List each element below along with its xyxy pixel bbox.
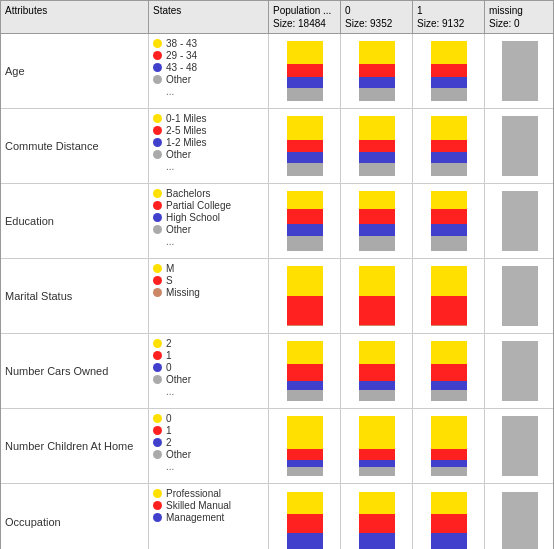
bar-segment <box>359 492 395 515</box>
state-dot <box>153 75 162 84</box>
chart-bar <box>359 341 395 401</box>
bar-segment <box>359 209 395 224</box>
ellipsis: ... <box>166 86 174 97</box>
header-col1: 1 Size: 9132 <box>413 1 485 33</box>
bar-segment <box>287 341 323 364</box>
state-dot <box>153 501 162 510</box>
state-item: Other <box>153 224 191 235</box>
state-label: Other <box>166 374 191 385</box>
chart-bar <box>287 492 323 550</box>
chart-cell <box>341 334 413 408</box>
state-dot <box>153 276 162 285</box>
bar-segment <box>287 533 323 549</box>
bar-segment <box>431 266 467 296</box>
state-label: High School <box>166 212 220 223</box>
header-population: Population ... Size: 18484 <box>269 1 341 33</box>
state-dot <box>153 51 162 60</box>
bar-segment <box>359 449 395 460</box>
bar-segment <box>287 88 323 101</box>
bar-segment <box>287 514 323 533</box>
chart-cell <box>341 409 413 483</box>
state-label: 0 <box>166 413 172 424</box>
chart-bar <box>359 116 395 176</box>
table-row: Number Children At Home012Other... <box>1 409 553 484</box>
bar-segment <box>359 140 395 152</box>
gray-box <box>502 116 538 176</box>
missing-cell <box>485 34 554 108</box>
bar-segment <box>431 209 467 224</box>
chart-cell <box>413 259 485 333</box>
chart-cell <box>269 259 341 333</box>
attribute-cell: Marital Status <box>1 259 149 333</box>
ellipsis: ... <box>166 236 174 247</box>
state-label: 1 <box>166 350 172 361</box>
chart-cell <box>341 34 413 108</box>
bar-segment <box>431 41 467 64</box>
bar-segment <box>431 236 467 251</box>
state-label: 2 <box>166 437 172 448</box>
bar-segment <box>287 296 323 325</box>
state-dot <box>153 414 162 423</box>
attribute-cell: Occupation <box>1 484 149 549</box>
state-dot <box>153 225 162 234</box>
table-row: Number Cars Owned210Other... <box>1 334 553 409</box>
states-cell: BachelorsPartial CollegeHigh SchoolOther… <box>149 184 269 258</box>
bar-segment <box>431 416 467 449</box>
chart-bar <box>287 416 323 476</box>
bar-segment <box>431 449 467 460</box>
bar-segment <box>287 64 323 77</box>
state-item: M <box>153 263 174 274</box>
missing-cell <box>485 259 554 333</box>
header-missing: missing Size: 0 <box>485 1 554 33</box>
bar-segment <box>287 325 323 326</box>
state-item: 2-5 Miles <box>153 125 207 136</box>
state-label: 1 <box>166 425 172 436</box>
state-item: S <box>153 275 173 286</box>
state-label: Bachelors <box>166 188 210 199</box>
state-dot <box>153 375 162 384</box>
bar-segment <box>431 191 467 209</box>
bar-segment <box>359 364 395 381</box>
chart-bar <box>431 341 467 401</box>
bar-segment <box>287 467 323 476</box>
state-item: High School <box>153 212 220 223</box>
bar-segment <box>431 381 467 390</box>
bar-segment <box>287 266 323 296</box>
chart-bar <box>431 266 467 326</box>
state-dot <box>153 450 162 459</box>
chart-bar <box>359 492 395 550</box>
bar-segment <box>359 236 395 251</box>
state-item: 0 <box>153 413 172 424</box>
chart-cell <box>341 259 413 333</box>
state-item: 0-1 Miles <box>153 113 207 124</box>
bar-segment <box>287 460 323 467</box>
bar-segment <box>359 41 395 64</box>
state-label: Management <box>166 512 224 523</box>
bar-segment <box>287 41 323 64</box>
chart-cell <box>269 34 341 108</box>
bar-segment <box>287 116 323 140</box>
state-dot <box>153 489 162 498</box>
bar-segment <box>287 416 323 449</box>
state-label: Other <box>166 149 191 160</box>
bar-segment <box>431 460 467 467</box>
bar-segment <box>359 514 395 533</box>
gray-box <box>502 492 538 550</box>
state-dot <box>153 138 162 147</box>
chart-bar <box>431 116 467 176</box>
chart-bar <box>287 266 323 326</box>
bar-segment <box>287 492 323 515</box>
state-item: 38 - 43 <box>153 38 197 49</box>
gray-box <box>502 191 538 251</box>
header-attributes: Attributes <box>1 1 149 33</box>
bar-segment <box>359 533 395 549</box>
bar-segment <box>287 236 323 251</box>
chart-bar <box>431 416 467 476</box>
bar-segment <box>431 140 467 152</box>
state-label: 2-5 Miles <box>166 125 207 136</box>
state-item: Other <box>153 149 191 160</box>
state-dot <box>153 63 162 72</box>
state-item: Other <box>153 449 191 460</box>
bar-segment <box>431 152 467 163</box>
bar-segment <box>431 224 467 236</box>
